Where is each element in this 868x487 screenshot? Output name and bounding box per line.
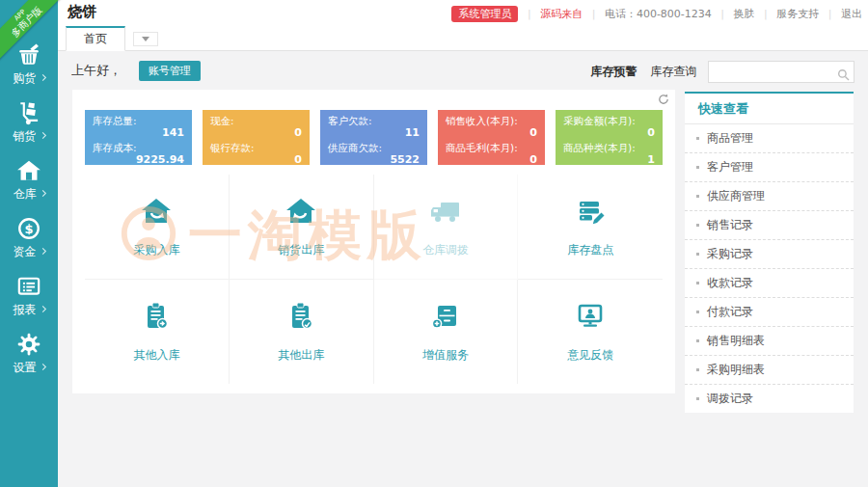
gear-icon (0, 332, 58, 357)
erp-dashboard: { "app": { "title": "烧饼", "ribbon_small"… (0, 0, 868, 487)
quick-item-sales-records[interactable]: 销售记录 (685, 211, 854, 240)
quick-item-label: 采购明细表 (707, 362, 765, 378)
divider: | (828, 1, 832, 27)
stat-label: 库存成本: (93, 142, 184, 153)
divider: | (764, 1, 768, 27)
quick-item-label: 客户管理 (707, 159, 753, 176)
divider: | (592, 1, 596, 27)
quick-item-payment-records[interactable]: 付款记录 (685, 298, 854, 327)
stat-value: 9225.94 (93, 154, 184, 166)
stat-label: 银行存款: (210, 142, 302, 153)
clipboard-out-icon (284, 299, 318, 337)
quick-item-purchase-records[interactable]: 采购记录 (685, 240, 854, 269)
sidebar-label-warehouse: 仓库 (14, 187, 37, 201)
bullet-icon (696, 311, 699, 313)
quick-item-label: 调拨记录 (707, 391, 753, 407)
tile-feedback[interactable]: 意见反馈 (518, 280, 663, 385)
role-badge: 系统管理员 (451, 6, 518, 22)
tab-home[interactable]: 首页 (66, 26, 125, 51)
drawer-plus-icon (428, 299, 463, 337)
tile-label: 其他入库 (133, 347, 179, 364)
sidebar-item-warehouse[interactable]: 仓库 (0, 158, 58, 203)
tile-label: 仓库调拨 (422, 242, 469, 258)
sidebar-item-funds[interactable]: $ 资金 (0, 216, 58, 260)
report-icon (0, 274, 58, 299)
account-manage-button[interactable]: 账号管理 (139, 61, 201, 81)
support-link[interactable]: 服务支持 (776, 1, 819, 27)
tile-other-inbound[interactable]: 其他入库 (85, 280, 230, 385)
stat-value: 0 (446, 154, 537, 166)
skin-link[interactable]: 换肤 (734, 1, 755, 27)
sidebar-label-reports: 报表 (14, 303, 37, 316)
svg-text:$: $ (24, 222, 33, 236)
tile-warehouse-transfer[interactable]: 仓库调拨 (374, 175, 519, 280)
quick-item-purchase-detail[interactable]: 采购明细表 (685, 356, 854, 385)
bullet-icon (696, 224, 699, 227)
quick-item-customers[interactable]: 客户管理 (685, 153, 854, 182)
sidebar-item-sales[interactable]: 销货 (0, 100, 58, 145)
source-link[interactable]: 源码来自 (540, 1, 583, 27)
stat-card-cash[interactable]: 现金: 0 银行存款: 0 (203, 110, 310, 165)
chevron-right-icon (39, 132, 45, 139)
header-right: 系统管理员 | 源码来自 | 电话：400-800-1234 | 换肤 | 服务… (451, 0, 862, 26)
tile-value-added-services[interactable]: 增值服务 (374, 280, 519, 385)
stat-card-sales-month[interactable]: 销售收入(本月): 0 商品毛利(本月): 0 (438, 110, 545, 165)
stack-pencil-icon (573, 194, 608, 231)
bullet-icon (696, 253, 699, 256)
handtruck-icon (0, 100, 58, 125)
stat-label: 商品毛利(本月): (446, 142, 537, 153)
stat-card-debts[interactable]: 客户欠款: 11 供应商欠款: 5522 (320, 110, 427, 165)
sidebar-item-reports[interactable]: 报表 (0, 274, 58, 318)
stat-value: 0 (210, 127, 302, 139)
logout-link[interactable]: 退出 (841, 1, 862, 27)
stat-label: 商品种类(本月): (563, 142, 655, 153)
quick-item-label: 供应商管理 (707, 188, 765, 204)
chevron-right-icon (39, 364, 45, 370)
quick-view-panel: 快速查看 商品管理 客户管理 供应商管理 销售记录 采购记录 收款记录 付款记录… (685, 92, 854, 413)
top-header: 烧饼 系统管理员 | 源码来自 | 电话：400-800-1234 | 换肤 |… (58, 0, 868, 26)
bullet-icon (696, 166, 699, 169)
tile-label: 采购入库 (133, 242, 179, 258)
bullet-icon (696, 397, 699, 400)
tile-stocktaking[interactable]: 库存盘点 (518, 175, 663, 280)
quick-item-products[interactable]: 商品管理 (685, 124, 854, 153)
warehouse-icon (0, 158, 58, 183)
stat-value: 0 (210, 154, 302, 166)
stat-card-purchase-month[interactable]: 采购金额(本月): 0 商品种类(本月): 1 (556, 110, 663, 165)
tile-label: 库存盘点 (567, 242, 613, 258)
stat-value: 141 (93, 127, 184, 139)
monitor-person-icon (573, 299, 608, 337)
greeting-text: 上午好， (71, 63, 122, 77)
tile-sales-outbound[interactable]: 销货出库 (230, 175, 374, 280)
sidebar-label-sales: 销货 (14, 129, 37, 143)
quick-item-label: 采购记录 (707, 246, 753, 262)
quick-item-receipt-records[interactable]: 收款记录 (685, 269, 854, 298)
stock-warning-link[interactable]: 库存预警 (590, 65, 637, 78)
dashboard-panel: 库存总量: 141 库存成本: 9225.94 现金: 0 银行存款: 0 客户… (72, 90, 675, 393)
stock-search-input[interactable] (709, 64, 834, 84)
clipboard-in-icon (139, 299, 174, 337)
chevron-right-icon (39, 190, 45, 197)
quick-item-transfer-records[interactable]: 调拨记录 (685, 385, 854, 413)
quick-item-label: 商品管理 (707, 130, 753, 147)
divider: | (528, 1, 531, 27)
refresh-icon[interactable] (658, 94, 669, 108)
tab-dropdown-button[interactable] (133, 32, 158, 46)
stat-card-inventory[interactable]: 库存总量: 141 库存成本: 9225.94 (85, 110, 192, 165)
tile-other-outbound[interactable]: 其他出库 (230, 280, 374, 385)
quick-item-suppliers[interactable]: 供应商管理 (685, 182, 854, 211)
sidebar: 购货 销货 仓库 $ 资金 (0, 0, 58, 487)
stat-value: 5522 (328, 154, 420, 166)
stock-query-link[interactable]: 库存查询 (650, 65, 696, 78)
dollar-circle-icon: $ (0, 216, 58, 241)
quick-item-sales-detail[interactable]: 销售明细表 (685, 327, 854, 356)
page-title: 烧饼 (68, 3, 96, 21)
greeting-row: 上午好， 账号管理 (71, 60, 201, 83)
shortcut-tiles: 采购入库 销货出库 (85, 175, 663, 384)
sidebar-item-settings[interactable]: 设置 (0, 332, 58, 376)
divider: | (720, 1, 724, 27)
search-icon[interactable] (837, 66, 850, 89)
tile-purchase-inbound[interactable]: 采购入库 (85, 175, 230, 280)
tile-label: 其他出库 (278, 347, 324, 364)
quick-item-label: 销售记录 (707, 217, 753, 233)
